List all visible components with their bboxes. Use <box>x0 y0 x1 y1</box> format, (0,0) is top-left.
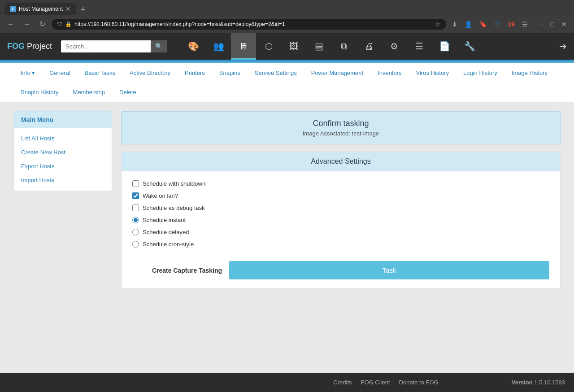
extensions-button[interactable]: ⬇ <box>450 19 460 29</box>
sub-nav: Info General Basic Tasks Active Director… <box>0 63 574 102</box>
confirm-title: Confirm tasking <box>129 119 553 128</box>
sub-nav-active-directory[interactable]: Active Directory <box>122 63 178 83</box>
minimize-button[interactable]: – <box>537 19 546 29</box>
sub-nav-login-history[interactable]: Login History <box>456 63 504 83</box>
browser-actions: ⬇ 👤 🔖 🛡 19 ☰ <box>450 19 530 29</box>
nav-icons: 🎨 👥 🖥 ⬡ 🖼 ▤ ⧉ 🖨 ⚙ ☰ 📄 🔧 <box>181 33 482 60</box>
task-label: Create Capture Tasking <box>132 267 222 274</box>
footer-fog-client-link[interactable]: FOG Client <box>361 379 390 386</box>
network-nav-icon[interactable]: ⬡ <box>256 33 281 60</box>
browser-bar: ← → ↻ 🛡 🔒 https://192.168.60.11/fog/mana… <box>0 15 574 33</box>
sidebar-menu: List All Hosts Create New Host Export Ho… <box>14 128 112 191</box>
schedule-instant-label: Schedule instant <box>143 217 186 223</box>
setting-schedule-shutdown: Schedule with shutdown <box>132 180 549 187</box>
tab-favicon: F <box>10 6 16 12</box>
sub-nav-info[interactable]: Info <box>13 63 42 83</box>
logo-fog: FOG <box>7 42 25 51</box>
copy-nav-icon[interactable]: ⧉ <box>331 33 357 60</box>
confirm-sub: Image Associated: test-image <box>129 130 553 137</box>
menu-button[interactable]: ☰ <box>520 19 530 29</box>
debug-task-label: Schedule as debug task <box>143 205 205 211</box>
sub-nav-image-history[interactable]: Image History <box>504 63 555 83</box>
schedule-delayed-radio[interactable] <box>132 229 139 235</box>
palette-nav-icon[interactable]: 🎨 <box>181 33 206 60</box>
sidebar-export-hosts[interactable]: Export Hosts <box>14 159 112 173</box>
settings-nav-icon[interactable]: ⚙ <box>382 33 407 60</box>
setting-schedule-delayed: Schedule delayed <box>132 229 549 235</box>
sub-nav-power-management[interactable]: Power Management <box>304 63 370 83</box>
sub-nav-snapin-history[interactable]: Snapin History <box>13 83 66 102</box>
schedule-delayed-label: Schedule delayed <box>143 229 189 235</box>
logout-button[interactable]: ➔ <box>559 41 567 52</box>
wrench-nav-icon[interactable]: 🔧 <box>457 33 482 60</box>
maximize-button[interactable]: □ <box>548 19 557 29</box>
footer-version-label: Version <box>512 379 533 386</box>
setting-debug-task: Schedule as debug task <box>132 205 549 211</box>
shield-button[interactable]: 🛡 <box>492 19 503 29</box>
schedule-shutdown-label: Schedule with shutdown <box>143 180 205 187</box>
schedule-cron-radio[interactable] <box>132 241 139 248</box>
lock-icon: 🛡 <box>57 21 62 27</box>
schedule-shutdown-checkbox[interactable] <box>132 180 139 187</box>
search-button[interactable]: 🔍 <box>151 40 167 52</box>
debug-task-checkbox[interactable] <box>132 205 139 211</box>
footer-donate-link[interactable]: Donate to FOG <box>399 379 439 386</box>
doc-nav-icon[interactable]: 📄 <box>432 33 457 60</box>
sub-nav-snapins[interactable]: Snapins <box>212 63 248 83</box>
settings-body: Schedule with shutdown Wake on lan? Sche… <box>122 171 560 288</box>
schedule-cron-label: Schedule cron-style <box>143 241 194 248</box>
bookmark-icon[interactable]: ☆ <box>435 21 441 28</box>
monitor-nav-icon[interactable]: 🖥 <box>231 33 256 60</box>
settings-card: Advanced Settings Schedule with shutdown… <box>121 152 561 289</box>
sidebar-create-new-host[interactable]: Create New Host <box>14 145 112 159</box>
list-nav-icon[interactable]: ☰ <box>407 33 432 60</box>
footer-links: Credits FOG Client Donate to FOG <box>260 379 511 386</box>
profile-button[interactable]: 👤 <box>462 19 474 29</box>
header-right: ➔ <box>559 41 567 52</box>
close-window-button[interactable]: ✕ <box>559 19 570 29</box>
schedule-instant-radio[interactable] <box>132 217 139 223</box>
footer-version-number: 1.5.10.1593 <box>534 379 565 386</box>
setting-schedule-cron: Schedule cron-style <box>132 241 549 248</box>
sub-nav-membership[interactable]: Membership <box>66 83 113 102</box>
bookmark-manager-button[interactable]: 🔖 <box>477 19 489 29</box>
sub-nav-printers[interactable]: Printers <box>178 63 212 83</box>
task-row: Create Capture Tasking Task <box>132 257 549 279</box>
sub-nav-inventory[interactable]: Inventory <box>370 63 409 83</box>
settings-header: Advanced Settings <box>122 152 560 171</box>
sub-nav-delete[interactable]: Delete <box>112 83 144 102</box>
app-logo: FOG Project <box>7 42 52 51</box>
secure-icon: 🔒 <box>65 21 72 27</box>
app-header: FOG Project 🔍 🎨 👥 🖥 ⬡ 🖼 ▤ ⧉ 🖨 ⚙ ☰ 📄 🔧 ➔ <box>0 33 574 60</box>
image-nav-icon[interactable]: 🖼 <box>281 33 306 60</box>
sub-nav-general[interactable]: General <box>42 63 77 83</box>
sub-nav-service-settings[interactable]: Service Settings <box>248 63 304 83</box>
users-nav-icon[interactable]: 👥 <box>206 33 231 60</box>
active-tab[interactable]: F Host Management ✕ <box>4 3 76 15</box>
accent-bar <box>0 60 574 63</box>
address-bar[interactable]: 🛡 🔒 https://192.168.60.11/fog/management… <box>52 19 446 30</box>
search-input[interactable] <box>61 40 151 52</box>
sidebar-title: Main Menu <box>14 112 112 128</box>
wake-on-lan-checkbox[interactable] <box>132 192 139 199</box>
window-controls: – □ ✕ <box>537 19 570 29</box>
sidebar-list-all-hosts[interactable]: List All Hosts <box>14 131 112 145</box>
notification-button[interactable]: 19 <box>505 19 517 29</box>
print-nav-icon[interactable]: 🖨 <box>357 33 382 60</box>
sidebar-import-hosts[interactable]: Import Hosts <box>14 173 112 187</box>
back-button[interactable]: ← <box>4 18 17 30</box>
browser-chrome: F Host Management ✕ + <box>0 0 574 15</box>
logo-project: Project <box>25 42 52 51</box>
new-tab-button[interactable]: + <box>77 4 89 15</box>
footer: Credits FOG Client Donate to FOG Version… <box>0 373 574 392</box>
forward-button[interactable]: → <box>21 18 33 30</box>
tab-close-button[interactable]: ✕ <box>65 5 71 13</box>
footer-credits-link[interactable]: Credits <box>333 379 352 386</box>
main-content: Main Menu List All Hosts Create New Host… <box>0 102 574 373</box>
confirm-box: Confirm tasking Image Associated: test-i… <box>121 111 561 144</box>
sub-nav-basic-tasks[interactable]: Basic Tasks <box>78 63 122 83</box>
storage-nav-icon[interactable]: ▤ <box>306 33 331 60</box>
sub-nav-virus-history[interactable]: Virus History <box>409 63 456 83</box>
task-button[interactable]: Task <box>229 261 549 279</box>
reload-button[interactable]: ↻ <box>37 18 48 30</box>
